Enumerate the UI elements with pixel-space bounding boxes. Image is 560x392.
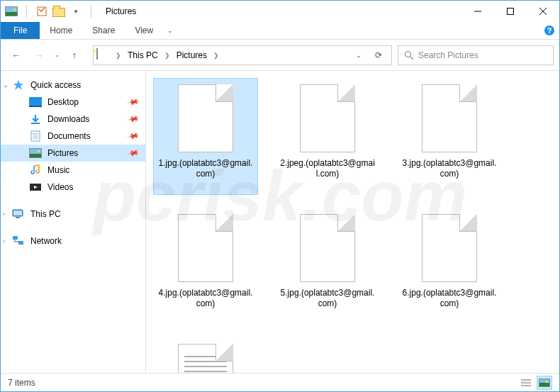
svg-rect-20	[13, 211, 22, 215]
sidebar-item-videos[interactable]: Videos	[1, 179, 145, 196]
sidebar-item-pictures[interactable]: Pictures📌	[1, 145, 145, 162]
svg-marker-9	[13, 80, 23, 90]
svg-rect-2	[508, 9, 514, 15]
file-icon	[300, 84, 355, 152]
pin-icon: 📌	[127, 130, 140, 143]
nav-history-dropdown[interactable]: ⌄	[52, 45, 62, 65]
computer-icon	[12, 208, 25, 220]
file-item[interactable]: КАК РАСШИФРОВАТЬ ФАЙЛЫ.txt	[153, 337, 258, 373]
sidebar-item-label: Desktop	[47, 97, 79, 107]
music-icon	[29, 164, 42, 177]
sidebar-item-label: Videos	[47, 182, 73, 192]
chevron-right-icon[interactable]: ❯	[162, 52, 172, 59]
pin-icon: 📌	[127, 113, 140, 126]
sidebar: ⌄ Quick access Desktop📌Downloads📌Documen…	[1, 71, 146, 373]
file-name: 4.jpg.(oplatabtc3@gmail.com)	[154, 288, 257, 309]
star-icon	[12, 79, 25, 91]
search-icon	[404, 50, 414, 60]
file-icon	[178, 214, 233, 282]
documents-icon	[29, 130, 42, 142]
status-item-count: 7 items	[8, 378, 35, 388]
tab-view[interactable]: View	[125, 22, 163, 39]
file-name: 6.jpg.(oplatabtc3@gmail.com)	[398, 288, 501, 309]
maximize-button[interactable]	[494, 1, 527, 22]
search-placeholder: Search Pictures	[418, 50, 478, 60]
breadcrumb-item-thispc[interactable]: This PC	[125, 49, 161, 62]
breadcrumb-dropdown-icon[interactable]: ⌄	[356, 52, 362, 59]
explorer-window: ▼ Pictures File Home Share View ⌄ ? ← → …	[0, 0, 560, 392]
textfile-icon	[178, 344, 233, 373]
file-name: 5.jpg.(oplatabtc3@gmail.com)	[276, 288, 379, 309]
file-name: 3.jpg.(oplatabtc3@gmail.com)	[398, 158, 501, 179]
network-icon	[12, 235, 25, 247]
file-item[interactable]: 2.jpeg.(oplatabtc3@gmail.com)	[275, 78, 380, 195]
nav-back-button[interactable]: ←	[6, 45, 26, 65]
svg-rect-10	[29, 97, 42, 106]
qat-properties-icon[interactable]	[35, 5, 48, 18]
file-icon	[178, 84, 233, 152]
breadcrumb-item-pictures[interactable]: Pictures	[174, 49, 210, 62]
tab-share[interactable]: Share	[82, 22, 125, 39]
sidebar-quickaccess-header[interactable]: ⌄ Quick access	[1, 77, 145, 94]
titlebar[interactable]: ▼ Pictures	[1, 1, 559, 22]
sidebar-network[interactable]: › Network	[1, 233, 145, 250]
svg-rect-21	[16, 217, 20, 218]
sidebar-item-label: Pictures	[47, 148, 78, 158]
qat-dropdown-icon[interactable]: ▼	[69, 5, 82, 18]
file-icon	[422, 214, 477, 282]
svg-text:?: ?	[547, 26, 552, 35]
tab-home[interactable]: Home	[40, 22, 82, 39]
file-icon	[422, 84, 477, 152]
statusbar: 7 items	[1, 373, 559, 391]
chevron-right-icon[interactable]: ›	[3, 237, 5, 245]
refresh-icon[interactable]: ⟳	[369, 50, 388, 60]
view-details-button[interactable]	[518, 376, 534, 390]
downloads-icon	[29, 113, 42, 125]
file-item[interactable]: 6.jpg.(oplatabtc3@gmail.com)	[397, 208, 502, 325]
navbar: ← → ⌄ ↑ ❯ This PC ❯ Pictures ❯ ⌄ ⟳ Searc…	[1, 40, 559, 71]
svg-rect-11	[29, 106, 42, 107]
nav-up-button[interactable]: ↑	[65, 45, 84, 65]
minimize-button[interactable]	[461, 1, 494, 22]
file-item[interactable]: 5.jpg.(oplatabtc3@gmail.com)	[275, 208, 380, 325]
window-title: Pictures	[106, 6, 136, 16]
file-item[interactable]: 4.jpg.(oplatabtc3@gmail.com)	[153, 208, 258, 325]
pin-icon: 📌	[127, 147, 140, 160]
ribbon-expand-icon[interactable]: ⌄	[163, 22, 177, 39]
desktop-icon	[29, 96, 42, 108]
search-input[interactable]: Search Pictures	[398, 45, 554, 65]
sidebar-item-label: Downloads	[47, 114, 89, 124]
pin-icon: 📌	[127, 96, 140, 109]
sidebar-item-documents[interactable]: Documents📌	[1, 128, 145, 145]
qat-newfolder-icon[interactable]	[52, 5, 65, 18]
file-item[interactable]: 3.jpg.(oplatabtc3@gmail.com)	[397, 78, 502, 195]
view-largeicons-button[interactable]	[537, 376, 552, 390]
sidebar-item-label: Music	[47, 165, 69, 175]
svg-line-8	[410, 57, 413, 60]
tab-file[interactable]: File	[1, 22, 40, 39]
sidebar-item-music[interactable]: Music	[1, 162, 145, 179]
breadcrumb[interactable]: ❯ This PC ❯ Pictures ❯ ⌄ ⟳	[93, 45, 392, 65]
help-icon[interactable]: ?	[539, 22, 559, 39]
file-name: 2.jpeg.(oplatabtc3@gmail.com)	[276, 158, 379, 179]
pictures-icon	[29, 147, 42, 159]
close-button[interactable]	[527, 1, 559, 22]
svg-rect-22	[13, 236, 18, 240]
file-pane[interactable]: 1.jpg.(oplatabtc3@gmail.com)2.jpeg.(opla…	[146, 71, 559, 373]
chevron-down-icon[interactable]: ⌄	[3, 82, 9, 89]
breadcrumb-location-icon	[96, 49, 109, 62]
sidebar-item-label: Documents	[47, 131, 91, 141]
videos-icon	[29, 181, 42, 194]
file-icon	[300, 214, 355, 282]
ribbon-tabs: File Home Share View ⌄ ?	[1, 22, 559, 40]
file-name: 1.jpg.(oplatabtc3@gmail.com)	[154, 158, 257, 179]
sidebar-thispc[interactable]: › This PC	[1, 206, 145, 223]
file-item[interactable]: 1.jpg.(oplatabtc3@gmail.com)	[153, 78, 258, 195]
svg-point-7	[405, 51, 411, 57]
chevron-right-icon[interactable]: ❯	[211, 52, 221, 59]
sidebar-item-desktop[interactable]: Desktop📌	[1, 94, 145, 111]
chevron-right-icon[interactable]: ›	[3, 211, 5, 218]
chevron-right-icon[interactable]: ❯	[113, 52, 123, 59]
sidebar-item-downloads[interactable]: Downloads📌	[1, 111, 145, 128]
nav-forward-button[interactable]: →	[29, 45, 49, 65]
